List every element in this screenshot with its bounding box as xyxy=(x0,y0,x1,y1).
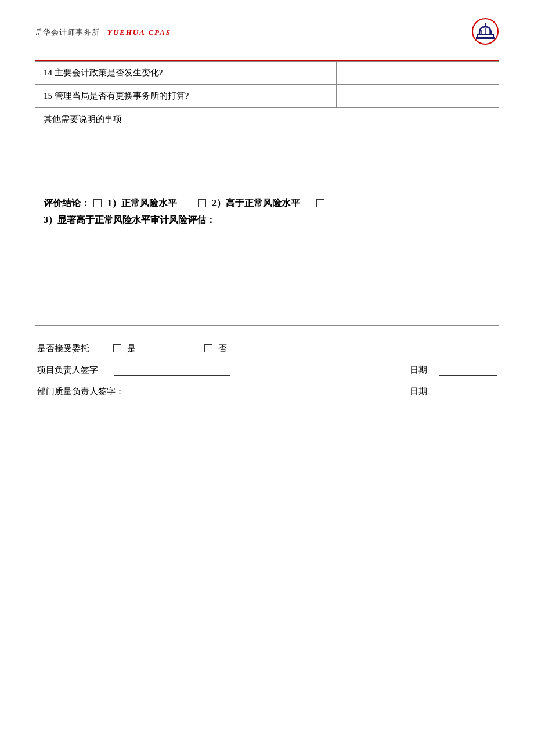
date-label-2: 日期 xyxy=(410,386,427,397)
eval-checkbox-3 xyxy=(316,199,324,207)
svg-rect-1 xyxy=(477,34,493,35)
dept-quality-row: 部门质量负责人签字： 日期 xyxy=(37,386,497,397)
project-lead-date: 日期 xyxy=(410,365,497,376)
project-lead-row: 项目负责人签字 日期 xyxy=(37,365,497,376)
firm-name-en: YUEHUA CPAS xyxy=(107,28,171,37)
question-14: 14 主要会计政策是否发生变化? xyxy=(35,62,337,85)
eval-line1: 评价结论： 1）正常风险水平 2）高于正常风险水平 xyxy=(44,197,490,212)
header: 岳华会计师事务所 YUEHUA CPAS xyxy=(35,17,499,50)
project-lead-left: 项目负责人签字 xyxy=(37,365,230,376)
project-lead-signature-line xyxy=(114,365,230,376)
commission-row: 是否接受委托 是 否 xyxy=(37,343,497,354)
table-row-other: 其他需要说明的事项 xyxy=(35,108,499,189)
question-15: 15 管理当局是否有更换事务所的打算? xyxy=(35,85,337,108)
table-row: 14 主要会计政策是否发生变化? xyxy=(35,62,499,85)
table-row-eval: 评价结论： 1）正常风险水平 2）高于正常风险水平 3）显著高于正常风险水平审计… xyxy=(35,189,499,326)
eval-option1: 1）正常风险水平 xyxy=(107,197,177,210)
commission-label: 是否接受委托 xyxy=(37,343,107,354)
date-line-1 xyxy=(439,365,497,376)
other-items-cell: 其他需要说明的事项 xyxy=(35,108,499,189)
eval-label: 评价结论： xyxy=(44,197,90,210)
page: 岳华会计师事务所 YUEHUA CPAS xyxy=(0,0,534,756)
date-line-2 xyxy=(439,387,497,397)
dept-quality-signature-line xyxy=(138,387,254,397)
header-text: 岳华会计师事务所 YUEHUA CPAS xyxy=(35,27,171,38)
eval-option2: 2）高于正常风险水平 xyxy=(212,197,300,210)
answer-14 xyxy=(337,62,499,85)
firm-name-cn: 岳华会计师事务所 xyxy=(35,28,100,37)
eval-line2: 3）显著高于正常风险水平审计风险评估： xyxy=(44,212,490,226)
eval-checkbox-1 xyxy=(93,199,102,207)
table-row: 15 管理当局是否有更换事务所的打算? xyxy=(35,85,499,108)
main-table: 14 主要会计政策是否发生变化? 15 管理当局是否有更换事务所的打算? 其他需… xyxy=(35,61,499,326)
logo xyxy=(471,17,499,48)
eval-checkbox-2 xyxy=(198,199,206,207)
dept-quality-left: 部门质量负责人签字： xyxy=(37,386,254,397)
dept-quality-date: 日期 xyxy=(410,386,497,397)
yes-option: 是 xyxy=(113,343,136,354)
answer-15 xyxy=(337,85,499,108)
eval-cell: 评价结论： 1）正常风险水平 2）高于正常风险水平 3）显著高于正常风险水平审计… xyxy=(35,189,499,326)
no-checkbox xyxy=(204,344,212,352)
other-items-label: 其他需要说明的事项 xyxy=(44,114,490,125)
no-option: 否 xyxy=(204,343,227,354)
footer-section: 是否接受委托 是 否 项目负责人签字 日期 xyxy=(35,343,499,397)
project-lead-label: 项目负责人签字 xyxy=(37,365,98,376)
eval-area xyxy=(44,226,490,319)
date-label-1: 日期 xyxy=(410,365,427,376)
yes-label: 是 xyxy=(127,343,136,354)
no-label: 否 xyxy=(218,343,227,354)
svg-rect-8 xyxy=(476,37,495,39)
yes-checkbox xyxy=(113,344,121,352)
eval-option3: 3）显著高于正常风险水平审计风险评估： xyxy=(44,215,215,225)
dept-quality-label: 部门质量负责人签字： xyxy=(37,386,124,397)
